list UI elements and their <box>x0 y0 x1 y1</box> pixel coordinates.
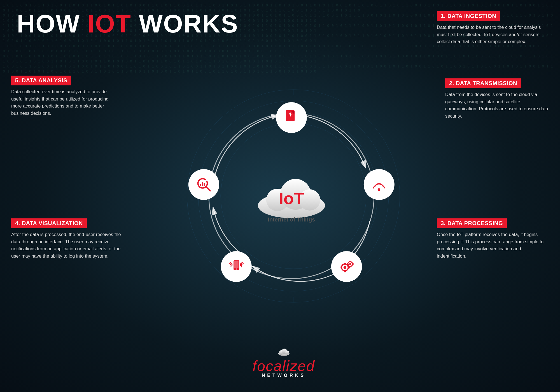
title-works: WORKS <box>131 10 238 38</box>
icon-data-ingestion <box>276 102 307 133</box>
svg-rect-24 <box>344 271 346 272</box>
info-box-3: 3. DATA PROCESSING Once the IoT platform… <box>437 218 549 260</box>
company-logo: ffocalizedocalized NETWORKS <box>253 347 315 378</box>
svg-rect-32 <box>349 266 351 267</box>
info-box-4: 4. DATA VISUALIZATION After the data is … <box>11 218 129 260</box>
center-diagram: IoT Internet of Things <box>196 101 387 291</box>
svg-point-47 <box>285 351 289 354</box>
svg-rect-33 <box>347 263 348 265</box>
svg-rect-42 <box>204 183 205 186</box>
info-box-5: 5. DATA ANALYSIS Data collected over tim… <box>11 76 118 117</box>
svg-rect-34 <box>353 263 354 265</box>
logo-brand-f: f <box>253 358 257 374</box>
title-how: HOW <box>17 10 88 38</box>
title-iot: IoT <box>88 10 131 38</box>
info-box-1: 1. DATA INGESTION Data that needs to be … <box>437 11 543 45</box>
svg-point-22 <box>344 266 346 269</box>
logo-cloud-icon <box>253 347 315 357</box>
info-text-2: Data from the devices is sent to the clo… <box>445 91 552 120</box>
svg-point-30 <box>349 263 351 265</box>
iot-center: IoT Internet of Things <box>252 169 331 223</box>
info-text-1: Data that needs to be sent to the cloud … <box>437 24 543 45</box>
page-title: HOW IoT WORKS <box>17 11 238 36</box>
svg-rect-41 <box>202 182 203 186</box>
icon-data-analysis <box>188 169 219 200</box>
svg-point-37 <box>236 269 237 270</box>
info-text-5: Data collected over time is analyzed to … <box>11 88 118 117</box>
svg-point-20 <box>378 188 380 191</box>
icon-data-visualization <box>221 251 252 282</box>
icon-data-transmission <box>364 169 395 200</box>
info-title-4: 4. DATA VISUALIZATION <box>11 218 87 228</box>
info-text-4: After the data is processed, the end-use… <box>11 231 129 260</box>
svg-rect-31 <box>349 261 351 262</box>
info-title-3: 3. DATA PROCESSING <box>437 218 507 228</box>
svg-rect-40 <box>200 184 202 186</box>
info-box-2: 2. DATA TRANSMISSION Data from the devic… <box>445 78 552 120</box>
info-title-1: 1. DATA INGESTION <box>437 11 500 21</box>
svg-line-39 <box>206 187 210 191</box>
svg-text:IoT: IoT <box>279 189 304 208</box>
svg-rect-23 <box>344 263 346 264</box>
logo-brand-name: ffocalizedocalized <box>253 358 315 374</box>
svg-rect-25 <box>341 266 342 268</box>
cloud-icon: IoT <box>252 169 331 220</box>
info-title-2: 2. DATA TRANSMISSION <box>445 78 521 88</box>
icon-data-processing <box>331 251 362 282</box>
info-text-3: Once the IoT platform receives the data,… <box>437 231 549 260</box>
main-content: HOW IoT WORKS <box>0 0 560 392</box>
svg-rect-36 <box>234 261 239 268</box>
logo-networks-label: NETWORKS <box>253 373 315 378</box>
info-title-5: 5. DATA ANALYSIS <box>11 76 71 85</box>
